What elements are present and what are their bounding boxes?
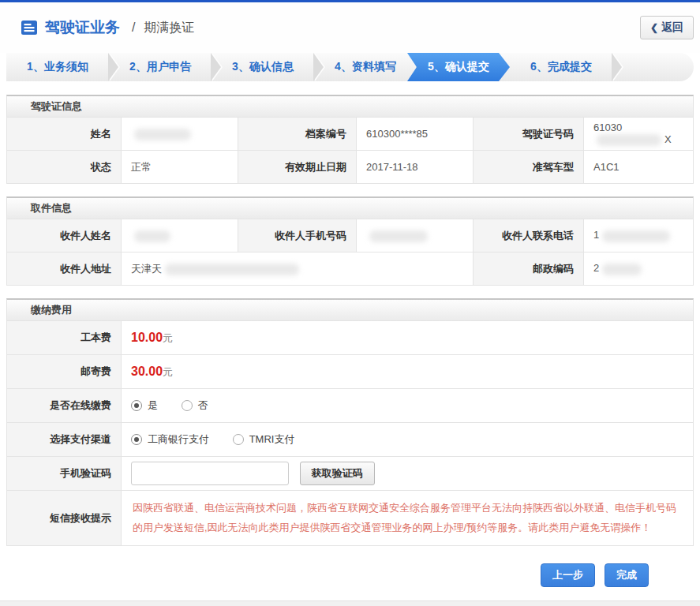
form-actions: 上一步 完成 [0,563,649,587]
payment-section-title: 缴纳费用 [6,298,694,320]
online-payment-yes-label: 是 [148,398,158,413]
form-icon [21,19,38,36]
fee-unit: 元 [163,366,173,378]
online-payment-no-label: 否 [198,398,208,413]
pickup-info-section-title: 取件信息 [6,196,694,219]
table-row: 工本费 10.00元 [7,321,694,355]
table-row: 姓名 档案编号 610300****85 驾驶证号码 61030X [7,118,694,151]
table-row: 手机验证码 获取验证码 [7,457,694,491]
vehicle-class-value: A1C1 [584,151,694,184]
postage-fee-label: 邮寄费 [7,355,122,389]
channel-tmri-label: TMRI支付 [249,432,295,447]
postal-code-value: 2 [584,252,694,286]
breadcrumb-current: 期满换证 [144,20,194,36]
redacted-recipient-address [165,264,299,275]
file-number-value: 610300****85 [357,118,474,151]
name-label: 姓名 [7,118,122,151]
step-1-business-notice[interactable]: 1、业务须知 [6,53,109,81]
status-value: 正常 [122,151,238,184]
redacted-name [134,129,191,140]
recipient-address-value: 天津天 [122,252,474,286]
postal-code-label: 邮政编码 [474,252,584,286]
payment-section: 缴纳费用 工本费 10.00元 邮寄费 30.00元 是否在线缴费 是 否 选择… [6,298,694,546]
table-row: 收件人姓名 收件人手机号码 收件人联系电话 1 [7,219,694,252]
payment-channel-options: 工商银行支付 TMRI支付 [122,423,694,457]
get-code-button[interactable]: 获取验证码 [300,462,375,485]
redacted-postal-code [602,264,642,275]
online-payment-label: 是否在线缴费 [7,389,122,423]
pickup-info-section: 取件信息 收件人姓名 收件人手机号码 收件人联系电话 1 收件人地址 天津天 邮… [6,196,694,286]
sms-notice-label: 短信接收提示 [7,491,122,546]
production-fee-value: 10.00元 [122,321,694,355]
payment-channel-label: 选择支付渠道 [7,423,122,457]
step-2-user-declaration[interactable]: 2、用户申告 [109,53,211,81]
expiry-date-label: 有效期止日期 [238,151,357,184]
payment-table: 工本费 10.00元 邮寄费 30.00元 是否在线缴费 是 否 选择支付渠道 … [6,320,694,546]
license-info-section-title: 驾驶证信息 [6,95,694,117]
table-row: 收件人地址 天津天 邮政编码 2 [7,252,694,286]
online-payment-no-option[interactable]: 否 [182,398,208,413]
fee-unit: 元 [163,332,173,344]
sms-code-row: 获取验证码 [122,457,694,491]
sms-code-label: 手机验证码 [7,457,122,491]
step-6-complete-submit[interactable]: 6、完成提交 [510,53,612,81]
step-4-fill-data[interactable]: 4、资料填写 [314,53,417,81]
redacted-license-number [597,134,661,146]
radio-unchecked-icon[interactable] [233,434,244,445]
finish-button[interactable]: 完成 [605,563,649,587]
back-button[interactable]: ❮ 返回 [640,16,694,39]
step-5-confirm-submit-active[interactable]: 5、确认提交 [407,53,510,81]
production-fee-label: 工本费 [7,321,122,355]
table-row: 邮寄费 30.00元 [7,355,694,389]
online-payment-options: 是 否 [122,389,694,423]
radio-checked-icon[interactable] [131,400,142,411]
table-row: 状态 正常 有效期止日期 2017-11-18 准驾车型 A1C1 [7,151,694,184]
license-info-table: 姓名 档案编号 610300****85 驾驶证号码 61030X 状态 正常 … [6,117,694,184]
expiry-date-value: 2017-11-18 [357,151,474,184]
table-row: 选择支付渠道 工商银行支付 TMRI支付 [7,423,694,457]
recipient-address-label: 收件人地址 [7,252,122,286]
previous-step-button[interactable]: 上一步 [541,563,595,587]
channel-icbc-label: 工商银行支付 [148,432,209,447]
status-label: 状态 [7,151,122,184]
recipient-name-label: 收件人姓名 [7,219,122,252]
channel-tmri-option[interactable]: TMRI支付 [233,432,295,447]
table-row: 短信接收提示 因陕西省联通、电信运营商技术问题，陕西省互联网交通安全综合服务管理… [7,491,694,546]
page-header: 驾驶证业务 / 期满换证 ❮ 返回 [0,2,700,53]
redacted-recipient-phone [602,230,670,242]
radio-unchecked-icon[interactable] [182,400,193,411]
footer-strip [0,600,700,606]
page-title[interactable]: 驾驶证业务 [45,17,120,38]
channel-icbc-option[interactable]: 工商银行支付 [131,432,209,447]
step-3-confirm-info[interactable]: 3、确认信息 [211,53,314,81]
pickup-info-table: 收件人姓名 收件人手机号码 收件人联系电话 1 收件人地址 天津天 邮政编码 2 [6,219,694,286]
chevron-left-icon: ❮ [650,22,658,33]
postage-fee-value: 30.00元 [122,355,694,389]
recipient-mobile-value [357,219,474,252]
breadcrumb-separator: / [132,21,135,35]
license-number-value: 61030X [584,118,694,151]
postage-fee-amount: 30.00 [131,365,163,378]
back-button-label: 返回 [661,21,683,35]
sms-code-input[interactable] [131,462,289,485]
recipient-name-value [122,219,238,252]
license-info-section: 驾驶证信息 姓名 档案编号 610300****85 驾驶证号码 61030X … [6,95,694,184]
table-row: 是否在线缴费 是 否 [7,389,694,423]
radio-checked-icon[interactable] [131,434,142,445]
recipient-mobile-label: 收件人手机号码 [238,219,357,252]
redacted-recipient-name [134,230,170,242]
production-fee-amount: 10.00 [131,331,163,344]
sms-notice-text: 因陕西省联通、电信运营商技术问题，陕西省互联网交通安全综合服务管理平台无法向持陕… [122,491,694,546]
redacted-recipient-mobile [369,230,428,242]
vehicle-class-label: 准驾车型 [474,151,584,184]
license-number-label: 驾驶证号码 [474,118,584,151]
name-value [122,118,238,151]
recipient-phone-label: 收件人联系电话 [474,219,584,252]
step-navigation: 1、业务须知 2、用户申告 3、确认信息 4、资料填写 5、确认提交 6、完成提… [6,53,694,81]
file-number-label: 档案编号 [238,118,357,151]
online-payment-yes-option[interactable]: 是 [131,398,158,413]
recipient-phone-value: 1 [584,219,694,252]
